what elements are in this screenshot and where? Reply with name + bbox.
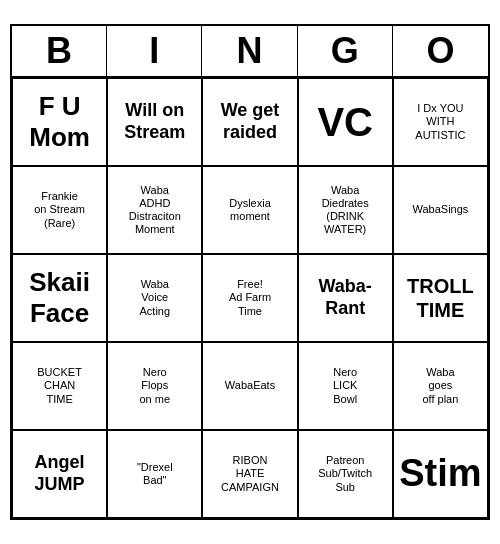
cell-text: Waba ADHD Distraciton Moment <box>129 184 181 237</box>
cell-text: VC <box>317 98 373 146</box>
bingo-cell: Waba ADHD Distraciton Moment <box>107 166 202 254</box>
bingo-cell: I Dx YOU WITH AUTISTIC <box>393 78 488 166</box>
cell-text: Waba- Rant <box>319 276 372 319</box>
cell-text: Waba goes off plan <box>422 366 458 406</box>
bingo-cell: VC <box>298 78 393 166</box>
cell-text: Waba Diedrates (DRINK WATER) <box>322 184 369 237</box>
cell-text: Free! Ad Farm Time <box>229 278 271 318</box>
bingo-cell: Angel JUMP <box>12 430 107 518</box>
cell-text: WabaEats <box>225 379 275 392</box>
bingo-cell: Free! Ad Farm Time <box>202 254 297 342</box>
bingo-cell: We get raided <box>202 78 297 166</box>
bingo-cell: Skaii Face <box>12 254 107 342</box>
header-letter: I <box>107 26 202 76</box>
bingo-cell: Stim <box>393 430 488 518</box>
bingo-cell: Waba- Rant <box>298 254 393 342</box>
cell-text: "Drexel Bad" <box>137 461 173 487</box>
cell-text: Frankie on Stream (Rare) <box>34 190 85 230</box>
bingo-cell: Patreon Sub/Twitch Sub <box>298 430 393 518</box>
cell-text: Patreon Sub/Twitch Sub <box>318 454 372 494</box>
cell-text: I Dx YOU WITH AUTISTIC <box>415 102 465 142</box>
cell-text: F U Mom <box>29 91 90 153</box>
bingo-cell: RIBON HATE CAMPAIGN <box>202 430 297 518</box>
bingo-grid: F U MomWill on StreamWe get raidedVCI Dx… <box>12 78 488 518</box>
cell-text: Dyslexia moment <box>229 197 271 223</box>
bingo-cell: Nero Flops on me <box>107 342 202 430</box>
cell-text: Nero LICK Bowl <box>333 366 357 406</box>
cell-text: We get raided <box>221 100 280 143</box>
bingo-cell: Waba Diedrates (DRINK WATER) <box>298 166 393 254</box>
cell-text: BUCKET CHAN TIME <box>37 366 82 406</box>
cell-text: Nero Flops on me <box>140 366 171 406</box>
header-letter: O <box>393 26 488 76</box>
bingo-cell: WabaEats <box>202 342 297 430</box>
bingo-cell: TROLL TIME <box>393 254 488 342</box>
bingo-cell: Will on Stream <box>107 78 202 166</box>
header-letter: G <box>298 26 393 76</box>
bingo-cell: F U Mom <box>12 78 107 166</box>
bingo-header: BINGO <box>12 26 488 78</box>
bingo-cell: Nero LICK Bowl <box>298 342 393 430</box>
bingo-cell: WabaSings <box>393 166 488 254</box>
bingo-cell: BUCKET CHAN TIME <box>12 342 107 430</box>
bingo-card: BINGO F U MomWill on StreamWe get raided… <box>10 24 490 520</box>
cell-text: TROLL TIME <box>407 274 474 322</box>
cell-text: RIBON HATE CAMPAIGN <box>221 454 279 494</box>
bingo-cell: Waba Voice Acting <box>107 254 202 342</box>
bingo-cell: "Drexel Bad" <box>107 430 202 518</box>
cell-text: WabaSings <box>412 203 468 216</box>
cell-text: Skaii Face <box>29 267 90 329</box>
bingo-cell: Waba goes off plan <box>393 342 488 430</box>
cell-text: Waba Voice Acting <box>140 278 171 318</box>
header-letter: N <box>202 26 297 76</box>
cell-text: Will on Stream <box>124 100 185 143</box>
bingo-cell: Dyslexia moment <box>202 166 297 254</box>
header-letter: B <box>12 26 107 76</box>
cell-text: Stim <box>399 451 481 497</box>
bingo-cell: Frankie on Stream (Rare) <box>12 166 107 254</box>
cell-text: Angel JUMP <box>35 452 85 495</box>
